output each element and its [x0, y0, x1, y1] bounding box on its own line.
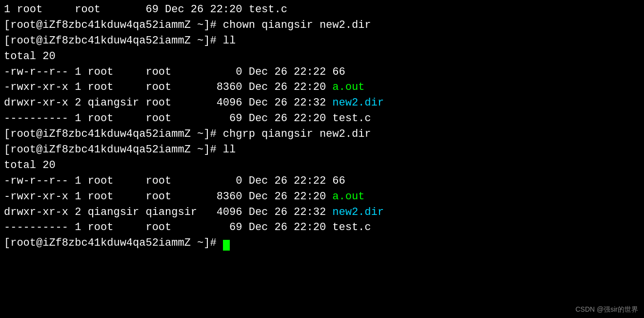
watermark: CSDN @强sir的世界	[575, 304, 638, 314]
command-line-9: [root@iZf8zbc41kduw4qa52iammZ ~]# chgrp …	[4, 127, 640, 142]
ls-row-testc-2: ---------- 1 root root 69 Dec 26 22:20 t…	[4, 220, 640, 235]
command-line-2: [root@iZf8zbc41kduw4qa52iammZ ~]# chown …	[4, 18, 640, 33]
terminal-cursor	[223, 240, 230, 251]
ls-row-new2dir-1: drwxr-xr-x 2 qiangsir root 4096 Dec 26 2…	[4, 95, 640, 111]
command-line-10: [root@iZf8zbc41kduw4qa52iammZ ~]# ll	[4, 142, 640, 158]
output-total-1: total 20	[4, 49, 640, 64]
command-line-3: [root@iZf8zbc41kduw4qa52iammZ ~]# ll	[4, 33, 640, 49]
ls-row-aout-1: -rwxr-xr-x 1 root root 8360 Dec 26 22:20…	[4, 80, 640, 95]
ls-row-66-2: -rw-r--r-- 1 root root 0 Dec 26 22:22 66	[4, 173, 640, 189]
ls-row-new2dir-2: drwxr-xr-x 2 qiangsir qiangsir 4096 Dec …	[4, 205, 640, 220]
ls-row-66-1: -rw-r--r-- 1 root root 0 Dec 26 22:22 66	[4, 64, 640, 80]
ls-row-testc-1: ---------- 1 root root 69 Dec 26 22:20 t…	[4, 111, 640, 127]
terminal: 1 root root 69 Dec 26 22:20 test.c [root…	[0, 0, 644, 318]
output-line-1: 1 root root 69 Dec 26 22:20 test.c	[4, 2, 640, 18]
prompt-line[interactable]: [root@iZf8zbc41kduw4qa52iammZ ~]#	[4, 235, 640, 251]
output-total-2: total 20	[4, 158, 640, 173]
ls-row-aout-2: -rwxr-xr-x 1 root root 8360 Dec 26 22:20…	[4, 189, 640, 205]
